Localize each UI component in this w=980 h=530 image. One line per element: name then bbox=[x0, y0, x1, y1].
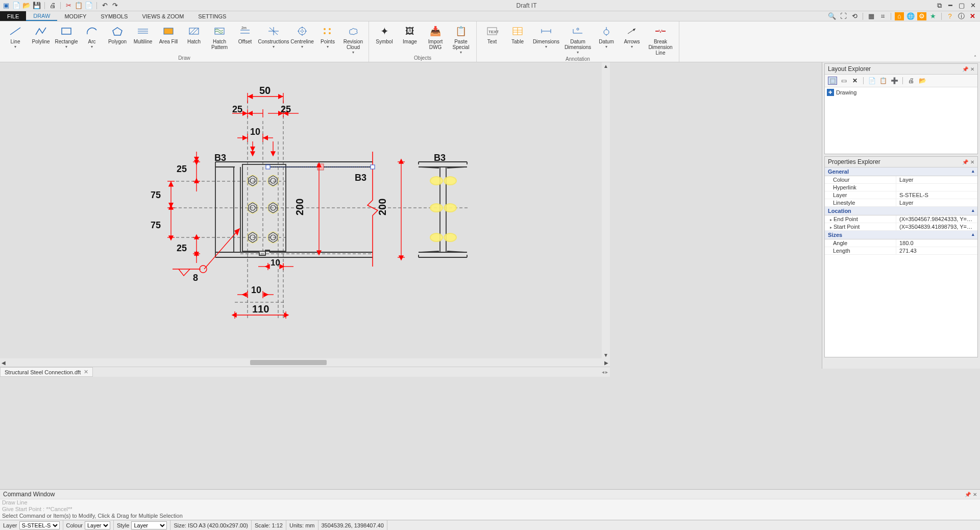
new-layout-icon[interactable]: ▭ bbox=[839, 77, 848, 85]
status-style-select[interactable]: Layer bbox=[131, 521, 167, 529]
pin-icon[interactable]: 📌 bbox=[962, 159, 968, 165]
tab-views-zoom[interactable]: VIEWS & ZOOM bbox=[135, 11, 191, 21]
command-lines[interactable]: Draw Line Give Start Point : **Cancel** … bbox=[0, 499, 980, 519]
close-doctab-icon[interactable]: ✕ bbox=[84, 369, 88, 375]
close-panel-icon[interactable]: ✕ bbox=[970, 159, 974, 165]
pin-icon[interactable]: 📌 bbox=[962, 66, 968, 72]
home-icon[interactable]: ⌂ bbox=[895, 12, 904, 20]
zoom-extents-icon[interactable]: ⛶ bbox=[839, 12, 848, 20]
tab-file[interactable]: FILE bbox=[0, 11, 26, 21]
tool-offset[interactable]: 2mOffset bbox=[233, 23, 257, 55]
tool-areafill[interactable]: Area Fill bbox=[156, 23, 181, 55]
favorites-icon[interactable]: ★ bbox=[928, 12, 938, 20]
active-layout-icon[interactable]: ⬚ bbox=[828, 77, 837, 85]
horizontal-scrollbar[interactable]: ◀ ▶ bbox=[0, 358, 610, 367]
minimize-icon[interactable]: ━ bbox=[945, 1, 955, 10]
restore-icon[interactable]: ⧉ bbox=[934, 1, 944, 10]
tool-dimensions[interactable]: Dimensions▾ bbox=[531, 23, 561, 56]
tab-settings[interactable]: SETTINGS bbox=[191, 11, 233, 21]
tab-symbols[interactable]: SYMBOLS bbox=[93, 11, 135, 21]
tool-arc[interactable]: Arc▾ bbox=[80, 23, 104, 55]
zoom-prev-icon[interactable]: ⟲ bbox=[850, 12, 859, 20]
globe-icon[interactable]: 🌐 bbox=[906, 12, 915, 20]
scroll-down-icon[interactable]: ▼ bbox=[602, 351, 609, 358]
tab-draw[interactable]: DRAW bbox=[26, 11, 57, 21]
tool-polyline[interactable]: Polyline bbox=[29, 23, 53, 55]
drawing-canvas[interactable]: 50 25 25 10 25 75 75 25 200 200 10 10 11… bbox=[0, 62, 610, 358]
vertical-scrollbar[interactable]: ▲ ▼ bbox=[602, 62, 610, 358]
exit-icon[interactable]: ✕ bbox=[968, 12, 977, 20]
layout-node-drawing[interactable]: ✚ Drawing bbox=[827, 88, 975, 97]
close-panel-icon[interactable]: ✕ bbox=[970, 66, 974, 72]
scroll-left-icon[interactable]: ◀ bbox=[0, 359, 7, 366]
paste-icon[interactable]: 📄 bbox=[85, 2, 93, 10]
status-colour-select[interactable]: Layer bbox=[85, 521, 110, 529]
doctab-prev-icon[interactable]: ◂ bbox=[602, 369, 604, 375]
scroll-right-icon[interactable]: ▶ bbox=[603, 359, 610, 366]
new-icon[interactable]: 📄 bbox=[12, 2, 20, 10]
copy-icon[interactable]: 📋 bbox=[75, 2, 83, 10]
tool-break-dim-line[interactable]: Break Dimension Line bbox=[645, 23, 676, 56]
layout-copy-icon[interactable]: 📋 bbox=[878, 77, 888, 85]
tool-constructions[interactable]: Constructions▾ bbox=[258, 23, 289, 55]
tool-paste-special[interactable]: 📋Paste Special▾ bbox=[449, 23, 473, 55]
status-layer-select[interactable]: S-STEEL-S bbox=[19, 521, 60, 529]
tool-centreline[interactable]: Centreline▾ bbox=[290, 23, 314, 55]
doctab-active[interactable]: Structural Steel Connection.dft ✕ bbox=[0, 367, 93, 377]
prop-row-length[interactable]: Length271.43 bbox=[825, 247, 977, 255]
prop-row-linestyle[interactable]: LinestyleLayer bbox=[825, 199, 977, 207]
prop-cat-location[interactable]: Location▴ bbox=[825, 207, 977, 215]
help-icon[interactable]: ? bbox=[945, 12, 954, 20]
tool-polygon[interactable]: Polygon bbox=[105, 23, 130, 55]
maximize-icon[interactable]: ▢ bbox=[957, 1, 967, 10]
undo-icon[interactable]: ↶ bbox=[101, 2, 109, 10]
tool-table[interactable]: Table bbox=[505, 23, 530, 56]
zoom-window-icon[interactable]: 🔍 bbox=[827, 12, 837, 20]
cut-icon[interactable]: ✂ bbox=[64, 2, 72, 10]
grid-icon[interactable]: ▦ bbox=[867, 12, 876, 20]
tool-multiline[interactable]: Multiline bbox=[131, 23, 155, 55]
close-panel-icon[interactable]: ✕ bbox=[973, 492, 977, 497]
tool-datum-dimensions[interactable]: Datum Dimensions▾ bbox=[562, 23, 593, 56]
doctab-next-icon[interactable]: ▸ bbox=[605, 369, 608, 375]
pin-icon[interactable]: 📌 bbox=[965, 492, 971, 497]
open-icon[interactable]: 📂 bbox=[22, 2, 31, 10]
prop-row-endpoint[interactable]: ▸End Point(X=3504567.98424333, Y=1398220… bbox=[825, 215, 977, 223]
scroll-thumb[interactable] bbox=[250, 360, 327, 365]
prop-cat-general[interactable]: General▴ bbox=[825, 167, 977, 176]
tool-symbol[interactable]: ✦Symbol bbox=[372, 23, 397, 55]
tool-revision-cloud[interactable]: Revision Cloud▾ bbox=[341, 23, 365, 55]
tool-hatch[interactable]: Hatch bbox=[182, 23, 206, 55]
tool-import-dwg[interactable]: 📥Import DWG bbox=[423, 23, 448, 55]
prop-row-colour[interactable]: ColourLayer bbox=[825, 176, 977, 184]
layout-add-icon[interactable]: ➕ bbox=[890, 77, 899, 85]
layout-prop-icon[interactable]: 📄 bbox=[867, 77, 876, 85]
snap-icon[interactable]: ⌗ bbox=[878, 12, 887, 20]
open-folder-icon[interactable]: 📂 bbox=[918, 77, 927, 85]
delete-layout-icon[interactable]: ✕ bbox=[850, 77, 860, 85]
prop-row-hyperlink[interactable]: Hyperlink bbox=[825, 184, 977, 191]
tool-rectangle[interactable]: Rectangle▾ bbox=[54, 23, 79, 55]
settings-icon[interactable]: ⚙ bbox=[917, 12, 926, 20]
tool-datum[interactable]: Datum▾ bbox=[594, 23, 619, 56]
redo-icon[interactable]: ↷ bbox=[111, 2, 119, 10]
tool-hatch-pattern[interactable]: Hatch Pattern bbox=[207, 23, 232, 55]
tool-arrows[interactable]: Arrows▾ bbox=[620, 23, 644, 56]
tool-line[interactable]: Line▾ bbox=[3, 23, 28, 55]
tool-image[interactable]: 🖼Image bbox=[398, 23, 422, 55]
tab-modify[interactable]: MODIFY bbox=[57, 11, 93, 21]
info-icon[interactable]: ⓘ bbox=[957, 12, 966, 20]
prop-cat-sizes[interactable]: Sizes▴ bbox=[825, 231, 977, 239]
prop-row-angle[interactable]: Angle180.0 bbox=[825, 239, 977, 247]
collapse-ribbon-icon[interactable]: ˄ bbox=[974, 55, 976, 60]
qat-icon[interactable]: ▣ bbox=[2, 2, 10, 10]
save-icon[interactable]: 💾 bbox=[33, 2, 41, 10]
scroll-up-icon[interactable]: ▲ bbox=[602, 62, 609, 69]
print-icon[interactable]: 🖨 bbox=[48, 2, 57, 10]
print-layout-icon[interactable]: 🖨 bbox=[906, 77, 916, 85]
tool-text[interactable]: TEXTText bbox=[480, 23, 504, 56]
tool-points[interactable]: Points▾ bbox=[315, 23, 340, 55]
prop-row-layer[interactable]: LayerS-STEEL-S bbox=[825, 191, 977, 199]
close-icon[interactable]: ✕ bbox=[968, 1, 978, 10]
prop-row-startpoint[interactable]: ▸Start Point(X=3504839.41898793, Y=13982… bbox=[825, 223, 977, 231]
